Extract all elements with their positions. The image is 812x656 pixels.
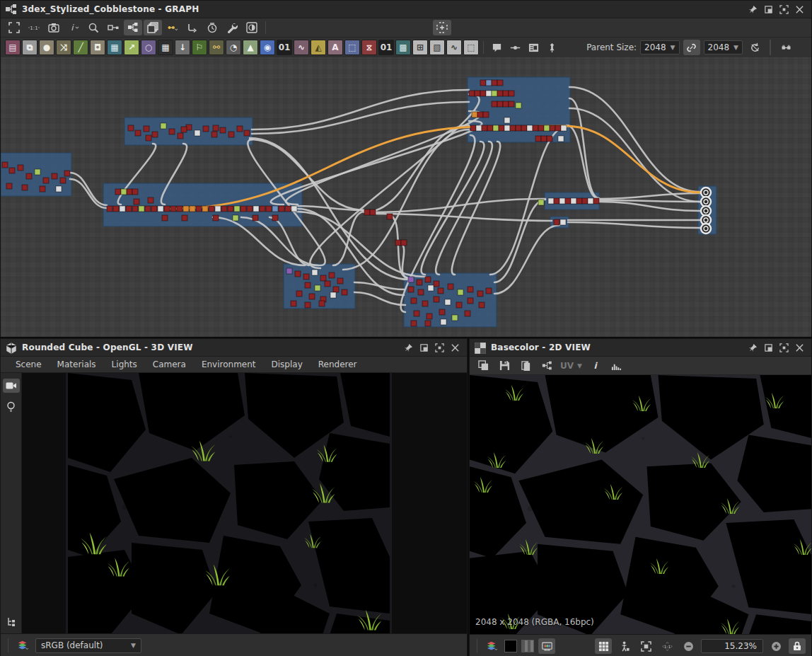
timer-button[interactable] bbox=[203, 20, 221, 35]
graph-node[interactable] bbox=[497, 101, 503, 107]
graph-node[interactable] bbox=[503, 101, 509, 107]
graph-pin-button[interactable] bbox=[745, 3, 760, 16]
link-graph-button[interactable] bbox=[539, 358, 555, 374]
bitmap01-node-button[interactable]: 01 bbox=[277, 40, 292, 55]
link-display-button[interactable] bbox=[104, 20, 122, 35]
graph-node[interactable] bbox=[408, 287, 414, 292]
graph-node[interactable] bbox=[330, 292, 336, 298]
graph-node[interactable] bbox=[272, 215, 278, 221]
graph-node[interactable] bbox=[516, 125, 521, 131]
graph-node[interactable] bbox=[126, 206, 132, 212]
zoom-out-button[interactable] bbox=[680, 638, 697, 654]
graph-node[interactable] bbox=[487, 125, 493, 131]
graph-node[interactable] bbox=[439, 309, 445, 315]
graph-node[interactable] bbox=[35, 169, 40, 175]
colorspace-select[interactable]: sRGB (default)▼ bbox=[35, 638, 141, 653]
graph-node[interactable] bbox=[120, 206, 125, 212]
graph-node[interactable] bbox=[211, 132, 217, 137]
graph-node[interactable] bbox=[234, 206, 240, 212]
graph-node[interactable] bbox=[181, 127, 187, 132]
graph-node[interactable] bbox=[497, 91, 503, 96]
graph-node[interactable] bbox=[228, 132, 234, 137]
parent-size-x-select[interactable]: 2048▼ bbox=[640, 40, 679, 54]
graph-node[interactable] bbox=[203, 126, 209, 132]
pin-comment-button[interactable] bbox=[543, 40, 560, 55]
graph-node[interactable] bbox=[452, 315, 458, 321]
graph-node[interactable] bbox=[170, 206, 176, 212]
graph-node[interactable] bbox=[414, 311, 419, 316]
noise-node-button[interactable]: ▩ bbox=[395, 40, 411, 55]
graph-node[interactable] bbox=[132, 189, 138, 195]
graph-node[interactable] bbox=[554, 219, 559, 225]
graph-node[interactable] bbox=[115, 189, 121, 195]
light-mode-button[interactable] bbox=[3, 400, 20, 414]
menu-renderer[interactable]: Renderer bbox=[311, 359, 365, 369]
graph-node[interactable] bbox=[418, 289, 424, 295]
channels-display-button[interactable] bbox=[538, 638, 555, 654]
gradient-expose-button[interactable]: ▧ bbox=[429, 40, 445, 55]
graph-node[interactable] bbox=[559, 198, 565, 204]
graph-node[interactable] bbox=[221, 206, 227, 212]
graph-node[interactable] bbox=[425, 277, 431, 282]
graph-node[interactable] bbox=[305, 282, 311, 288]
view3d-float-button[interactable] bbox=[416, 341, 431, 354]
graph-node[interactable] bbox=[233, 215, 238, 221]
graph-node[interactable] bbox=[146, 135, 151, 141]
graph-node[interactable] bbox=[266, 206, 272, 212]
graph-node[interactable] bbox=[475, 91, 480, 96]
menu-camera[interactable]: Camera bbox=[145, 359, 194, 369]
graph-node[interactable] bbox=[272, 206, 278, 212]
graph-node[interactable] bbox=[139, 206, 144, 212]
info-button[interactable]: i bbox=[64, 20, 83, 35]
graph-node[interactable] bbox=[468, 298, 473, 304]
graph-node[interactable] bbox=[209, 206, 214, 212]
graph-node[interactable] bbox=[417, 280, 422, 285]
paste-button[interactable] bbox=[518, 358, 533, 374]
menu-display[interactable]: Display bbox=[264, 359, 311, 369]
graph-node[interactable] bbox=[43, 178, 49, 183]
graph-node[interactable] bbox=[482, 125, 487, 131]
graph-node[interactable] bbox=[492, 101, 497, 107]
graph-node[interactable] bbox=[486, 288, 492, 294]
graph-node[interactable] bbox=[329, 272, 335, 278]
stack-view-button[interactable] bbox=[144, 20, 162, 35]
graph-node[interactable] bbox=[148, 197, 153, 203]
background-color-swatch[interactable] bbox=[504, 640, 517, 652]
screenshot-button[interactable] bbox=[45, 20, 63, 35]
colorspace-layers-icon-2d[interactable] bbox=[483, 638, 500, 654]
graph-node[interactable] bbox=[260, 206, 265, 212]
graph-node[interactable] bbox=[158, 206, 163, 212]
graph-node[interactable] bbox=[438, 288, 443, 294]
frame-button[interactable] bbox=[525, 40, 542, 55]
transform-expose-button[interactable]: ⊞ bbox=[412, 40, 428, 55]
graph-node[interactable] bbox=[427, 313, 432, 319]
graph-node[interactable] bbox=[571, 198, 576, 204]
graph-float-button[interactable] bbox=[760, 3, 776, 16]
graph-node[interactable] bbox=[470, 125, 476, 131]
crop-node-button[interactable]: ⬚ bbox=[344, 40, 360, 55]
mannequin-button[interactable] bbox=[616, 638, 633, 654]
grid-toggle-button[interactable] bbox=[595, 638, 612, 654]
graph-node[interactable] bbox=[370, 209, 376, 215]
graph-node[interactable] bbox=[576, 198, 582, 204]
blur-node-button[interactable]: ● bbox=[39, 40, 54, 55]
view2d-pin-button[interactable] bbox=[745, 341, 760, 354]
graph-node[interactable] bbox=[535, 136, 541, 142]
graph-node[interactable] bbox=[190, 206, 195, 212]
graph-node[interactable] bbox=[560, 219, 566, 225]
uv-select[interactable]: UV▼ bbox=[560, 361, 582, 371]
graph-node[interactable] bbox=[472, 112, 477, 117]
graph-node[interactable] bbox=[554, 198, 559, 204]
graph-node[interactable] bbox=[107, 206, 112, 212]
graph-node[interactable] bbox=[177, 206, 182, 212]
graph-node[interactable] bbox=[202, 206, 208, 212]
fit-view-button[interactable] bbox=[637, 638, 654, 654]
graph-node[interactable] bbox=[533, 125, 538, 131]
graph-node[interactable] bbox=[544, 125, 550, 131]
graph-node[interactable] bbox=[52, 173, 57, 179]
frame-all-button[interactable] bbox=[5, 20, 23, 35]
gradient-node-button[interactable]: ↗ bbox=[124, 40, 139, 55]
view3d-maximize-button[interactable] bbox=[431, 341, 447, 354]
graph-node[interactable] bbox=[448, 284, 453, 289]
graph-node[interactable] bbox=[213, 125, 219, 131]
